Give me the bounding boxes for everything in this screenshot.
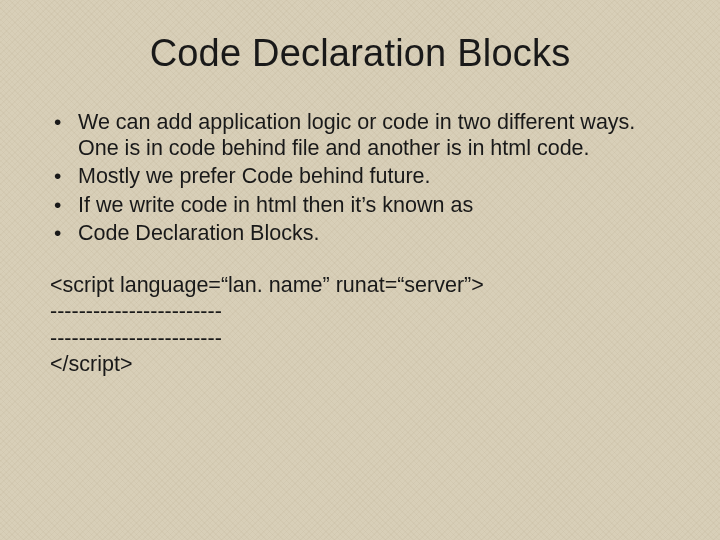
list-item: If we write code in html then it’s known… [50,192,674,218]
code-line: <script language=“lan. name” runat=“serv… [50,272,674,298]
slide-title: Code Declaration Blocks [46,32,674,75]
slide: Code Declaration Blocks We can add appli… [0,0,720,540]
code-line: ------------------------ [50,298,674,324]
list-item: We can add application logic or code in … [50,109,674,161]
list-item: Mostly we prefer Code behind future. [50,163,674,189]
code-line: ------------------------ [50,325,674,351]
bullet-list: We can add application logic or code in … [50,109,674,246]
code-block: <script language=“lan. name” runat=“serv… [50,272,674,377]
list-item: Code Declaration Blocks. [50,220,674,246]
code-line: </script> [50,351,674,377]
